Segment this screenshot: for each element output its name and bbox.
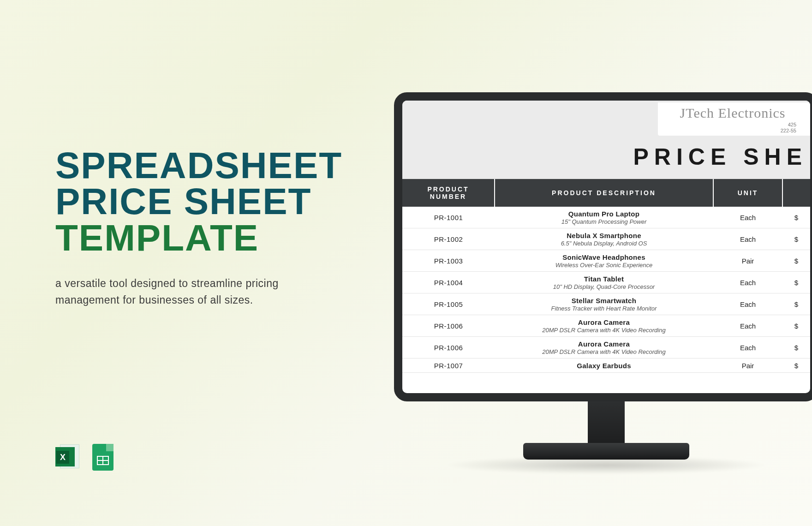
monitor-mockup: JTech Electronics 425 222-55 PRICE SHE P… — [394, 92, 812, 474]
cell-unit: Each — [713, 293, 782, 315]
cell-unit: Each — [713, 228, 782, 250]
cell-unit: Each — [713, 207, 782, 228]
product-name: Galaxy Earbuds — [499, 362, 709, 370]
cell-unit: Pair — [713, 359, 782, 373]
product-name: SonicWave Headphones — [499, 253, 709, 261]
table-row: PR-1002Nebula X Smartphone6.5" Nebula Di… — [402, 228, 810, 250]
product-name: Aurora Camera — [499, 318, 709, 326]
product-name: Nebula X Smartphone — [499, 232, 709, 239]
format-icons: X — [55, 444, 113, 471]
headline-line3: TEMPLATE — [55, 220, 332, 256]
product-subtitle: 6.5" Nebula Display, Android OS — [499, 240, 709, 247]
product-subtitle: 20MP DSLR Camera with 4K Video Recording — [499, 348, 709, 355]
cell-price: $ — [782, 272, 810, 293]
product-subtitle: 15" Quantum Processing Power — [499, 218, 709, 225]
excel-x-letter: X — [56, 451, 69, 464]
cell-description: Nebula X Smartphone6.5" Nebula Display, … — [495, 228, 713, 250]
table-row: PR-1007Galaxy EarbudsPair$ — [402, 359, 810, 373]
cell-description: Aurora Camera20MP DSLR Camera with 4K Vi… — [495, 315, 713, 337]
table-row: PR-1003SonicWave HeadphonesWireless Over… — [402, 250, 810, 272]
table-row: PR-1001Quantum Pro Laptop15" Quantum Pro… — [402, 207, 810, 228]
product-subtitle: 20MP DSLR Camera with 4K Video Recording — [499, 327, 709, 334]
headline-block: SPREADSHEET PRICE SHEET TEMPLATE a versa… — [55, 148, 332, 308]
excel-icon: X — [55, 444, 81, 470]
cell-product-number: PR-1002 — [402, 228, 495, 250]
cell-price: $ — [782, 228, 810, 250]
cell-price: $ — [782, 250, 810, 272]
cell-product-number: PR-1005 — [402, 293, 495, 315]
cell-product-number: PR-1006 — [402, 337, 495, 359]
monitor-stand-neck — [588, 401, 625, 443]
cell-product-number: PR-1001 — [402, 207, 495, 228]
cell-price: $ — [782, 315, 810, 337]
brand-meta: 425 222-55 — [669, 122, 796, 134]
cell-description: Stellar SmartwatchFitness Tracker with H… — [495, 293, 713, 315]
product-name: Stellar Smartwatch — [499, 297, 709, 305]
cell-product-number: PR-1004 — [402, 272, 495, 293]
col-description: PRODUCT DESCRIPTION — [495, 179, 713, 207]
brand-strip: JTech Electronics 425 222-55 — [658, 102, 810, 136]
cell-unit: Each — [713, 315, 782, 337]
headline: SPREADSHEET PRICE SHEET TEMPLATE — [55, 148, 332, 256]
table-row: PR-1006Aurora Camera20MP DSLR Camera wit… — [402, 315, 810, 337]
monitor-screen: JTech Electronics 425 222-55 PRICE SHE P… — [394, 92, 812, 401]
cell-description: SonicWave HeadphonesWireless Over-Ear So… — [495, 250, 713, 272]
product-subtitle: Fitness Tracker with Heart Rate Monitor — [499, 305, 709, 312]
cell-unit: Each — [713, 337, 782, 359]
cell-description: Titan Tablet10" HD Display, Quad-Core Pr… — [495, 272, 713, 293]
table-row: PR-1004Titan Tablet10" HD Display, Quad-… — [402, 272, 810, 293]
cell-description: Aurora Camera20MP DSLR Camera with 4K Vi… — [495, 337, 713, 359]
col-product-number-l2: NUMBER — [430, 193, 466, 200]
google-sheets-icon — [92, 444, 113, 471]
cell-description: Galaxy Earbuds — [495, 359, 713, 373]
sheet-title: PRICE SHE — [633, 143, 810, 170]
monitor-shadow — [445, 456, 768, 474]
col-price — [782, 179, 810, 207]
cell-price: $ — [782, 207, 810, 228]
headline-line2: PRICE SHEET — [55, 184, 332, 220]
cell-product-number: PR-1003 — [402, 250, 495, 272]
cell-product-number: PR-1007 — [402, 359, 495, 373]
cell-product-number: PR-1006 — [402, 315, 495, 337]
price-table: PRODUCT NUMBER PRODUCT DESCRIPTION UNIT … — [402, 179, 810, 373]
sheet-header: JTech Electronics 425 222-55 PRICE SHE — [402, 101, 810, 179]
cell-price: $ — [782, 293, 810, 315]
table-row: PR-1005Stellar SmartwatchFitness Tracker… — [402, 293, 810, 315]
product-name: Titan Tablet — [499, 275, 709, 283]
col-unit: UNIT — [713, 179, 782, 207]
brand-name: JTech Electronics — [669, 105, 796, 121]
product-name: Quantum Pro Laptop — [499, 210, 709, 218]
table-row: PR-1006Aurora Camera20MP DSLR Camera wit… — [402, 337, 810, 359]
brand-meta-line1: 425 — [788, 122, 796, 127]
headline-line1: SPREADSHEET — [55, 148, 332, 184]
cell-unit: Pair — [713, 250, 782, 272]
cell-price: $ — [782, 359, 810, 373]
promo-canvas: SPREADSHEET PRICE SHEET TEMPLATE a versa… — [0, 0, 812, 526]
cell-description: Quantum Pro Laptop15" Quantum Processing… — [495, 207, 713, 228]
col-product-number-l1: PRODUCT — [427, 185, 469, 193]
cell-unit: Each — [713, 272, 782, 293]
product-name: Aurora Camera — [499, 340, 709, 348]
product-subtitle: 10" HD Display, Quad-Core Processor — [499, 283, 709, 290]
subheadline: a versatile tool designed to streamline … — [55, 275, 314, 308]
product-subtitle: Wireless Over-Ear Sonic Experience — [499, 262, 709, 269]
cell-price: $ — [782, 337, 810, 359]
col-product-number: PRODUCT NUMBER — [402, 179, 495, 207]
brand-meta-line2: 222-55 — [781, 128, 796, 133]
